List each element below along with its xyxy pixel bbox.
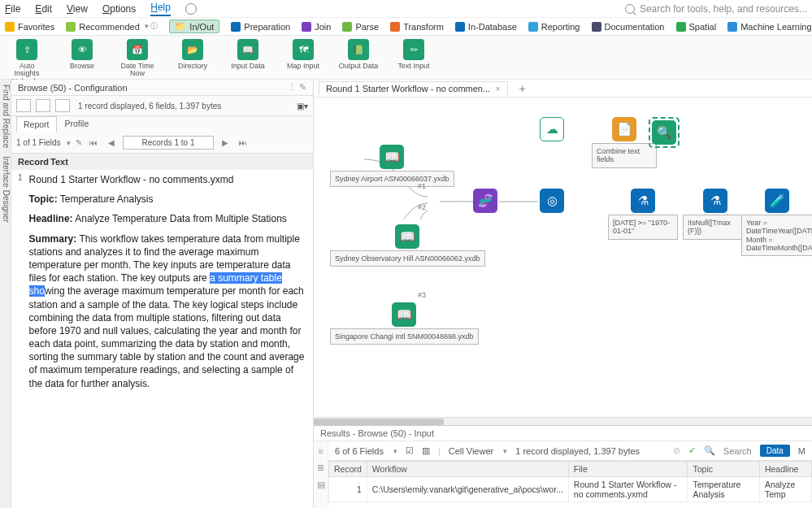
cat-recommended[interactable]: Recommended▾ ⓘ: [66, 21, 158, 32]
tool-palette: ⇪Auto Insights Uploader 👁Browse 📅Date Ti…: [0, 36, 812, 80]
node-findreplace[interactable]: 🔍: [649, 117, 680, 148]
field-nav-label: 1 of 1 Fields: [16, 138, 60, 147]
tool-textinput[interactable]: ✏Text Input: [393, 39, 434, 70]
col-workflow[interactable]: Workflow: [367, 462, 568, 477]
node-input-sydney-airport[interactable]: 📖 Sydney Airport ASN00066037.yxdb: [330, 145, 454, 187]
cat-parse[interactable]: Parse: [342, 22, 379, 32]
tool-category-bar: Favorites Recommended▾ ⓘ 📁In/Out Prepara…: [0, 18, 812, 36]
node-textcombine[interactable]: 📄 Combine text fields: [592, 117, 657, 168]
view-split-icon[interactable]: [36, 99, 50, 112]
results-grid[interactable]: Record Workflow File Topic Headline 1 C:…: [328, 461, 812, 508]
menu-edit[interactable]: Edit: [35, 3, 52, 15]
check-icon[interactable]: ✔: [688, 445, 696, 456]
col-topic[interactable]: Topic: [688, 462, 759, 477]
tool-autoinsights[interactable]: ⇪Auto Insights Uploader: [7, 39, 47, 85]
cat-reporting[interactable]: Reporting: [528, 22, 580, 32]
fields-nav[interactable]: 6 of 6 Fields: [335, 446, 384, 456]
menu-file[interactable]: File: [5, 3, 20, 15]
records-summary: 1 record displayed, 6 fields, 1.397 byte…: [78, 102, 221, 111]
anchor-1: #1: [418, 182, 426, 190]
col-record[interactable]: Record: [329, 462, 367, 477]
cat-documentation[interactable]: Documentation: [592, 22, 665, 32]
config-menu-icon[interactable]: ⋮ ✎: [288, 82, 306, 93]
view-single-icon[interactable]: [16, 99, 31, 112]
node-input-singapore[interactable]: 📖 Singapore Changi Intl SNM00048698.yxdb: [330, 302, 479, 345]
menu-view[interactable]: View: [67, 3, 88, 15]
metadata-tab-button[interactable]: M: [798, 446, 805, 456]
checkbox-icon[interactable]: ☑: [406, 445, 414, 456]
node-filter-date[interactable]: ⚗ [DATE] >= "1970-01-01": [608, 189, 678, 240]
cat-indatabase[interactable]: In-Database: [455, 22, 517, 32]
table-row[interactable]: 1 C:\Users\emily.vanark\git\generative_a…: [329, 477, 812, 502]
tool-datetimenow[interactable]: 📅Date Time Now: [117, 39, 158, 78]
results-search-label[interactable]: Search: [723, 446, 752, 456]
search-bar[interactable]: Search for tools, help, and resources...: [625, 3, 807, 15]
next-record-button[interactable]: ▶: [219, 137, 232, 149]
tool-mapinput[interactable]: 🗺Map Input: [283, 39, 323, 70]
results-files-icon[interactable]: ▤: [317, 480, 325, 490]
menu-options[interactable]: Options: [102, 3, 136, 15]
cat-ml[interactable]: Machine Learning: [727, 22, 811, 32]
cat-transform[interactable]: Transform: [390, 22, 444, 32]
record-filename: Round 1 Starter Workflow - no comments.y…: [29, 173, 306, 186]
anchor-2: #2: [418, 203, 426, 211]
last-record-button[interactable]: ⏭: [237, 137, 250, 149]
close-tab-icon[interactable]: ×: [495, 84, 500, 93]
workflow-tab[interactable]: Round 1 Starter Workflow - no commen... …: [319, 81, 508, 95]
node-ai[interactable]: ☁: [540, 117, 564, 141]
results-title: Results - Browse (50) - Input: [320, 428, 434, 438]
side-strip: Find and Replace Interface Designer: [0, 80, 11, 508]
cat-inout[interactable]: 📁In/Out: [169, 20, 219, 33]
results-messages-icon[interactable]: ≣: [317, 462, 324, 473]
config-title: Browse (50) - Configuration: [18, 83, 128, 93]
results-search-icon[interactable]: 🔍: [704, 445, 715, 456]
data-tab-button[interactable]: Data: [760, 445, 790, 457]
collapse-icon[interactable]: ▣▾: [297, 102, 308, 111]
cat-favorites[interactable]: Favorites: [5, 22, 54, 32]
record-content: Round 1 Starter Workflow - no comments.y…: [29, 173, 306, 505]
panel-interface-designer[interactable]: Interface Designer: [0, 156, 11, 223]
tab-profile[interactable]: Profile: [59, 116, 96, 132]
view-grid-icon[interactable]: [55, 99, 70, 112]
language-icon[interactable]: [185, 3, 197, 15]
canvas-scrollbar-h[interactable]: [314, 417, 812, 425]
col-text: Text: [50, 157, 68, 167]
new-tab-button[interactable]: +: [515, 82, 531, 95]
col-record: Record: [18, 157, 50, 167]
results-menu-icon[interactable]: ≡: [318, 446, 323, 456]
node-input-sydney-obs[interactable]: 📖 Sydney Observatory Hill ASN00066062.yx…: [330, 224, 485, 267]
config-panel: Browse (50) - Configuration ⋮ ✎ 1 record…: [11, 80, 314, 508]
anchor-3: #3: [418, 291, 426, 299]
cat-preparation[interactable]: Preparation: [231, 22, 290, 32]
col-headline[interactable]: Headline: [759, 462, 811, 477]
tool-outputdata[interactable]: 📗Output Data: [338, 39, 379, 70]
node-formula[interactable]: 🧪 Year = DateTimeYear([DATE]) Month = Da…: [741, 189, 812, 256]
row-number: 1: [18, 173, 23, 505]
results-record-summary: 1 record displayed, 1.397 bytes: [515, 446, 640, 456]
node-union[interactable]: 🧬: [473, 189, 497, 213]
settings-icon[interactable]: ▥: [422, 445, 430, 456]
cat-spatial[interactable]: Spatial: [676, 22, 717, 32]
node-filter-null[interactable]: ⚗ !IsNull([Tmax (F)]): [683, 189, 748, 240]
records-range: Records 1 to 1: [123, 136, 213, 150]
cell-viewer-label[interactable]: Cell Viewer: [449, 446, 493, 456]
menu-help[interactable]: Help: [150, 2, 171, 16]
prev-record-button[interactable]: ◀: [105, 137, 118, 149]
workflow-canvas[interactable]: 📖 Sydney Airport ASN00066037.yxdb 📖 Sydn…: [314, 98, 812, 425]
search-icon: [625, 4, 635, 14]
results-panel: Results - Browse (50) - Input ≡ ≣ ▤ 6 of…: [314, 425, 812, 508]
tab-report[interactable]: Report: [16, 116, 57, 132]
search-placeholder: Search for tools, help, and resources...: [640, 3, 807, 15]
menu-bar: File Edit View Options Help Search for t…: [0, 0, 812, 18]
tool-browse[interactable]: 👁Browse: [62, 39, 102, 70]
cancel-icon[interactable]: ⊘: [673, 445, 680, 456]
first-record-button[interactable]: ⏮: [87, 137, 100, 149]
tool-directory[interactable]: 📂Directory: [172, 39, 213, 70]
node-select[interactable]: ◎: [540, 189, 564, 213]
panel-find-replace[interactable]: Find and Replace: [0, 85, 11, 148]
tool-inputdata[interactable]: 📖Input Data: [228, 39, 268, 70]
cat-join[interactable]: Join: [302, 22, 331, 32]
col-file[interactable]: File: [568, 462, 688, 477]
